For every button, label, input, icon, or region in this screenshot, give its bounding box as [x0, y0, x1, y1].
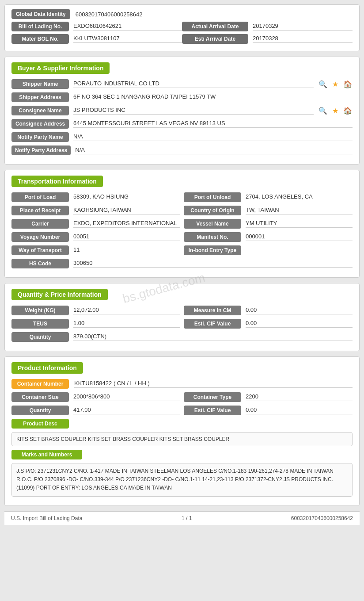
hs-code-value: 300650: [73, 260, 353, 268]
country-origin-label: Country of Origin: [184, 206, 241, 215]
footer-right: 600320170406000258642: [291, 515, 353, 521]
transportation-section: Transportation Information Port of Load …: [4, 170, 360, 278]
esti-cif-value: 0.00: [246, 320, 353, 328]
page-wrapper: Global Data Identity 6003201704060002586…: [0, 0, 364, 601]
marks-label-row: Marks and Numbers: [11, 450, 353, 459]
in-bond-label: In-bond Entry Type: [184, 245, 241, 255]
master-bol-row: Mater BOL No. KKLUTW3081107 Esti Arrival…: [11, 34, 353, 44]
weight-value: 12,072.00: [73, 306, 180, 314]
weight-label: Weight (KG): [11, 306, 69, 315]
esti-arrival-value: 20170328: [253, 35, 353, 43]
hs-code-row: HS Code 300650: [11, 259, 353, 268]
marks-value: J.S P/O: 2371231CNY2 C/NO. 1-417 MADE IN…: [11, 463, 353, 497]
footer-bar: U.S. Import Bill of Lading Data 1 / 1 60…: [4, 511, 360, 525]
manifest-right: Manifest No. 000001: [184, 232, 353, 242]
notify-address-label: Notify Party Address: [11, 145, 71, 155]
weight-measure-row: Weight (KG) 12,072.00 Measure in CM 0.00: [11, 306, 353, 315]
quantity-value: 879.00(CTN): [73, 333, 353, 341]
shipper-name-label: Shipper Name: [11, 79, 69, 89]
bol-value: EXDO6810642621: [73, 23, 182, 31]
carrier-vessel-row: Carrier EXDO, EXPEDITORS INTERNATIONAL V…: [11, 219, 353, 229]
measure-right: Measure in CM 0.00: [184, 306, 353, 315]
search-icon[interactable]: 🔍: [318, 79, 328, 89]
transport-inbond-row: Way of Transport 11 In-bond Entry Type: [11, 245, 353, 255]
consignee-name-label: Consignee Name: [11, 106, 69, 115]
port-load-left: Port of Load 58309, KAO HSIUNG: [11, 192, 180, 202]
container-type-right: Container Type 2200: [184, 392, 353, 402]
notify-name-value: N/A: [73, 133, 353, 141]
teus-left: TEUS 1.00: [11, 319, 180, 329]
receipt-left: Place of Receipt KAOHSIUNG,TAIWAN: [11, 206, 180, 215]
product-section: Product Information Container Number KKT…: [4, 356, 360, 506]
container-size-label: Container Size: [11, 392, 69, 402]
carrier-left: Carrier EXDO, EXPEDITORS INTERNATIONAL: [11, 219, 180, 229]
measure-value: 0.00: [246, 306, 353, 314]
product-cif-right: Esti. CIF Value 0.00: [184, 406, 353, 415]
bol-left: Bill of Lading No. EXDO6810642621: [11, 22, 182, 31]
vessel-name-value: YM UTILITY: [246, 220, 353, 228]
buyer-supplier-header: Buyer & Supplier Information: [11, 62, 110, 74]
bol-row: Bill of Lading No. EXDO6810642621 Actual…: [11, 22, 353, 31]
voyage-left: Voyage Number 00051: [11, 232, 180, 242]
bol-label: Bill of Lading No.: [11, 22, 69, 31]
container-size-left: Container Size 2000*806*800: [11, 392, 180, 402]
country-origin-value: TW, TAIWAN: [246, 207, 353, 214]
shipper-name-value: PORAUTO INDUSTRIAL CO LTD: [73, 80, 314, 88]
footer-left: U.S. Import Bill of Lading Data: [11, 515, 82, 521]
consignee-star-icon[interactable]: ★: [330, 106, 340, 115]
weight-left: Weight (KG) 12,072.00: [11, 306, 180, 315]
product-header: Product Information: [11, 362, 83, 374]
consignee-address-row: Consignee Address 6445 MONTESSOURI STREE…: [11, 119, 353, 129]
actual-arrival-value: 20170329: [253, 23, 353, 31]
container-type-label: Container Type: [184, 392, 241, 402]
consignee-name-value: JS PRODUCTS INC: [73, 107, 314, 115]
voyage-manifest-row: Voyage Number 00051 Manifest No. 000001: [11, 232, 353, 242]
container-number-row: Container Number KKTU8158422 ( CN / L / …: [11, 379, 353, 389]
consignee-address-label: Consignee Address: [11, 119, 69, 129]
consignee-address-value: 6445 MONTESSOURI STREET LAS VEGAS NV 891…: [73, 120, 353, 128]
consignee-home-icon[interactable]: 🏠: [343, 106, 353, 115]
teus-label: TEUS: [11, 319, 69, 329]
in-bond-value: [246, 246, 353, 254]
notify-name-label: Notify Party Name: [11, 132, 69, 142]
receipt-origin-row: Place of Receipt KAOHSIUNG,TAIWAN Countr…: [11, 206, 353, 215]
place-receipt-value: KAOHSIUNG,TAIWAN: [73, 207, 180, 214]
measure-label: Measure in CM: [184, 306, 241, 315]
esti-arrival-right: Esti Arrival Date 20170328: [182, 34, 353, 44]
transport-left: Way of Transport 11: [11, 245, 180, 255]
port-load-label: Port of Load: [11, 192, 69, 202]
port-unload-value: 2704, LOS ANGELES, CA: [246, 193, 353, 201]
container-number-label: Container Number: [11, 379, 69, 389]
master-bol-left: Mater BOL No. KKLUTW3081107: [11, 34, 182, 44]
quantity-price-header: Quantity & Price Information: [11, 289, 108, 300]
product-qty-cif-row: Quantity 417.00 Esti. CIF Value 0.00: [11, 406, 353, 415]
footer-center: 1 / 1: [182, 515, 192, 521]
product-qty-value: 417.00: [73, 406, 180, 414]
container-size-type-row: Container Size 2000*806*800 Container Ty…: [11, 392, 353, 402]
star-icon[interactable]: ★: [330, 79, 340, 89]
top-section: Global Data Identity 6003201704060002586…: [4, 4, 360, 51]
carrier-label: Carrier: [11, 219, 69, 229]
consignee-search-icon[interactable]: 🔍: [318, 106, 328, 115]
port-unload-label: Port of Unload: [184, 192, 241, 202]
global-id-row: Global Data Identity 6003201704060002586…: [11, 9, 353, 19]
vessel-name-label: Vessel Name: [184, 219, 241, 229]
consignee-name-row: Consignee Name JS PRODUCTS INC 🔍 ★ 🏠: [11, 106, 353, 115]
place-receipt-label: Place of Receipt: [11, 206, 69, 215]
notify-address-row: Notify Party Address N/A: [11, 145, 353, 155]
esti-cif-label: Esti. CIF Value: [184, 319, 241, 329]
notify-address-value: N/A: [75, 146, 353, 154]
container-type-value: 2200: [246, 393, 353, 401]
marks-label: Marks and Numbers: [11, 450, 82, 459]
port-load-row: Port of Load 58309, KAO HSIUNG Port of U…: [11, 192, 353, 202]
quantity-label: Quantity: [11, 332, 69, 342]
origin-right: Country of Origin TW, TAIWAN: [184, 206, 353, 215]
manifest-no-label: Manifest No.: [184, 232, 241, 242]
port-unload-right: Port of Unload 2704, LOS ANGELES, CA: [184, 192, 353, 202]
home-icon[interactable]: 🏠: [343, 79, 353, 89]
voyage-number-value: 00051: [73, 233, 180, 241]
quantity-row: Quantity 879.00(CTN): [11, 332, 353, 342]
way-transport-value: 11: [73, 246, 180, 254]
global-identity-value: 600320170406000258642: [76, 11, 353, 18]
shipper-name-row: Shipper Name PORAUTO INDUSTRIAL CO LTD 🔍…: [11, 79, 353, 89]
